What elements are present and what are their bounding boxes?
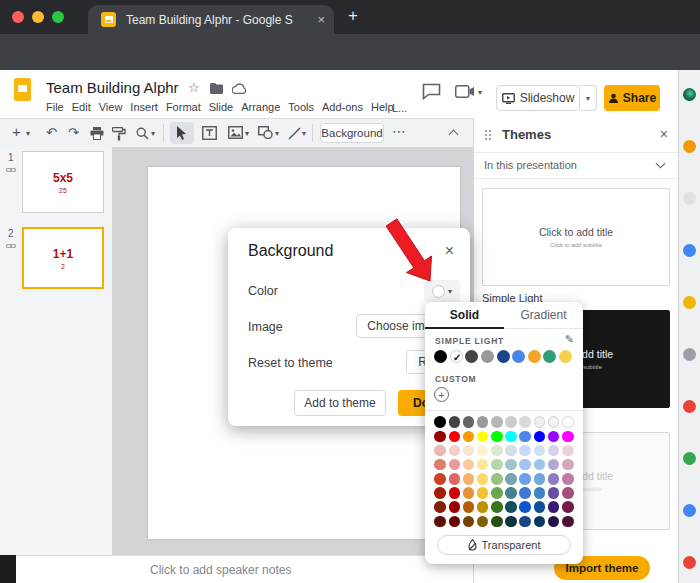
color-swatch[interactable]: [534, 473, 546, 485]
new-slide-caret-icon[interactable]: ▾: [26, 129, 30, 138]
theme-color-swatch[interactable]: [512, 350, 525, 363]
theme-card-simple-light[interactable]: Click to add title Click to add subtitle: [482, 188, 670, 286]
theme-color-swatch[interactable]: [434, 350, 447, 363]
color-swatch[interactable]: [562, 445, 574, 457]
theme-color-swatch[interactable]: [559, 350, 572, 363]
in-this-presentation-row[interactable]: In this presentation: [474, 152, 678, 179]
theme-color-swatch[interactable]: [497, 350, 510, 363]
color-swatch[interactable]: [505, 473, 517, 485]
video-call-caret-icon[interactable]: ▾: [478, 88, 482, 97]
color-swatch[interactable]: [449, 445, 461, 457]
close-dialog-icon[interactable]: ×: [445, 242, 454, 260]
menu-insert[interactable]: Insert: [130, 101, 158, 113]
slides-logo[interactable]: [14, 78, 31, 101]
color-swatch[interactable]: [491, 516, 503, 528]
shape-caret-icon[interactable]: ▾: [275, 129, 279, 138]
color-swatch[interactable]: [434, 416, 446, 428]
color-swatch[interactable]: [562, 516, 574, 528]
color-swatch[interactable]: [434, 445, 446, 457]
profile-avatar[interactable]: [683, 88, 696, 101]
new-slide-button[interactable]: +: [12, 123, 21, 140]
color-swatch[interactable]: [534, 516, 546, 528]
transparent-button[interactable]: Transparent: [437, 535, 571, 555]
menu-format[interactable]: Format: [166, 101, 201, 113]
color-swatch[interactable]: [519, 501, 531, 513]
color-swatch[interactable]: [477, 516, 489, 528]
color-swatch[interactable]: [562, 487, 574, 499]
color-swatch[interactable]: [491, 445, 503, 457]
color-swatch[interactable]: [519, 459, 531, 471]
theme-color-swatch[interactable]: [481, 350, 494, 363]
color-swatch[interactable]: [548, 445, 560, 457]
cloud-status-icon[interactable]: [232, 83, 247, 94]
color-swatch[interactable]: [534, 431, 546, 443]
color-swatch[interactable]: [463, 431, 475, 443]
menu-add-ons[interactable]: Add-ons: [322, 101, 363, 113]
sidebar-favicon-dot[interactable]: [683, 244, 696, 257]
line-caret-icon[interactable]: ▾: [302, 129, 306, 138]
color-swatch[interactable]: [491, 501, 503, 513]
color-swatch[interactable]: [463, 516, 475, 528]
color-swatch[interactable]: [434, 431, 446, 443]
color-swatch[interactable]: [505, 487, 517, 499]
sidebar-favicon-dot[interactable]: [683, 504, 696, 517]
tab-close-icon[interactable]: ×: [317, 12, 325, 27]
color-swatch[interactable]: [477, 473, 489, 485]
browser-tab[interactable]: Team Building Alphr - Google S ×: [88, 5, 334, 34]
color-swatch[interactable]: [534, 501, 546, 513]
insert-image-icon[interactable]: [228, 126, 243, 139]
theme-color-swatch[interactable]: [543, 350, 556, 363]
color-swatch[interactable]: [463, 473, 475, 485]
color-swatch[interactable]: [449, 416, 461, 428]
edit-theme-colors-icon[interactable]: ✎: [565, 333, 574, 346]
add-custom-color-button[interactable]: +: [434, 387, 449, 402]
select-tool-button[interactable]: [170, 122, 194, 144]
tab-gradient[interactable]: Gradient: [504, 302, 583, 329]
slideshow-dropdown-button[interactable]: ▾: [580, 85, 597, 111]
color-swatch[interactable]: [519, 431, 531, 443]
sidebar-favicon-dot[interactable]: [683, 556, 696, 569]
video-call-icon[interactable]: [455, 85, 475, 98]
sidebar-favicon-dot[interactable]: [683, 192, 696, 205]
color-swatch[interactable]: [505, 516, 517, 528]
sidebar-favicon-dot[interactable]: [683, 348, 696, 361]
color-swatch[interactable]: [519, 516, 531, 528]
menu-help[interactable]: Help: [371, 101, 394, 113]
color-swatch[interactable]: [477, 416, 489, 428]
zoom-tool-icon[interactable]: [136, 127, 149, 140]
color-swatch[interactable]: [548, 487, 560, 499]
color-swatch[interactable]: [449, 459, 461, 471]
window-minimize-button[interactable]: [32, 11, 44, 23]
slide-thumbnail-2[interactable]: 1+1 2: [22, 227, 104, 289]
zoom-caret-icon[interactable]: ▾: [151, 129, 155, 138]
color-swatch[interactable]: [505, 431, 517, 443]
color-swatch[interactable]: [534, 459, 546, 471]
color-swatch[interactable]: [434, 516, 446, 528]
color-swatch[interactable]: [449, 501, 461, 513]
color-swatch[interactable]: [463, 501, 475, 513]
color-swatch[interactable]: [449, 473, 461, 485]
color-swatch[interactable]: [449, 516, 461, 528]
color-swatch[interactable]: [562, 416, 574, 428]
menu-arrange[interactable]: Arrange: [241, 101, 280, 113]
sidebar-favicon-dot[interactable]: [683, 296, 696, 309]
document-title[interactable]: Team Building Alphr: [46, 79, 179, 96]
last-edit-label[interactable]: L...: [392, 102, 407, 114]
color-swatch[interactable]: [477, 487, 489, 499]
window-close-button[interactable]: [12, 11, 24, 23]
color-swatch[interactable]: [463, 416, 475, 428]
color-swatch[interactable]: [477, 459, 489, 471]
theme-color-swatch[interactable]: ✓: [450, 350, 463, 363]
color-swatch[interactable]: [519, 487, 531, 499]
theme-color-swatch[interactable]: [528, 350, 541, 363]
color-swatch[interactable]: [505, 416, 517, 428]
insert-line-icon[interactable]: [288, 127, 301, 140]
color-swatch[interactable]: [434, 459, 446, 471]
close-themes-panel-icon[interactable]: ×: [660, 126, 668, 142]
comment-icon[interactable]: [422, 83, 441, 100]
window-zoom-button[interactable]: [52, 11, 64, 23]
color-swatch[interactable]: [491, 416, 503, 428]
color-swatch[interactable]: [505, 501, 517, 513]
toolbar-more-icon[interactable]: ⋯: [392, 123, 406, 139]
sidebar-favicon-dot[interactable]: [683, 140, 696, 153]
